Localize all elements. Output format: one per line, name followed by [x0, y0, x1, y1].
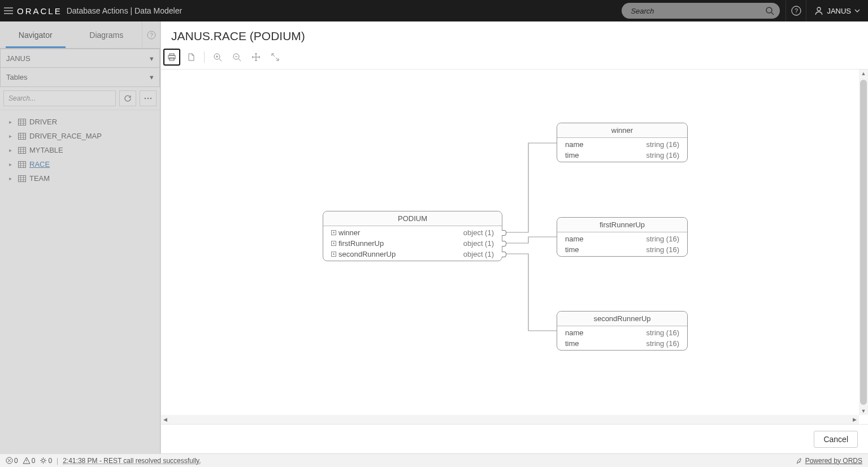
- zoom-in-button[interactable]: [209, 49, 226, 66]
- field-name: name: [565, 328, 584, 337]
- entity-second-runner-up[interactable]: secondRunnerUp namestring (16) timestrin…: [557, 311, 688, 351]
- tree-item-driver_race_map[interactable]: ▸ DRIVER_RACE_MAP: [9, 129, 158, 143]
- user-menu[interactable]: JANUS: [806, 0, 868, 21]
- app-title: Database Actions | Data Modeler: [67, 6, 182, 15]
- entity-winner[interactable]: winner namestring (16) timestring (16): [557, 123, 688, 162]
- expand-icon[interactable]: +: [331, 241, 336, 246]
- error-icon: [6, 457, 13, 464]
- svg-point-3: [817, 7, 821, 11]
- hamburger-icon: [4, 7, 13, 14]
- refresh-button[interactable]: [119, 90, 136, 106]
- expand-icon[interactable]: +: [331, 252, 336, 257]
- tab-navigator[interactable]: Navigator: [0, 21, 71, 48]
- tree-item-label: DRIVER: [29, 118, 57, 126]
- modal-footer: Cancel: [161, 424, 868, 453]
- field-row: timestring (16): [557, 338, 687, 349]
- svg-point-6: [145, 98, 146, 100]
- actual-size-button[interactable]: [267, 49, 284, 66]
- caret-icon: ▸: [9, 119, 15, 125]
- field-name: firstRunnerUp: [338, 239, 384, 248]
- table-icon: [18, 175, 26, 182]
- gear-icon: [40, 457, 47, 464]
- rocket-icon: [796, 457, 803, 464]
- horizontal-scrollbar[interactable]: ◀ ▶: [161, 415, 859, 424]
- diagram-modal: JANUS.RACE (PODIUM): [160, 21, 868, 453]
- scroll-right-icon[interactable]: ▶: [853, 417, 857, 422]
- tree-item-label: TEAM: [29, 174, 50, 183]
- zoom-out-button[interactable]: [228, 49, 245, 66]
- caret-icon: ▸: [9, 175, 15, 181]
- schema-select[interactable]: JANUS ▾: [0, 49, 160, 68]
- object-type-label: Tables: [6, 73, 28, 81]
- chevron-down-icon: [854, 9, 860, 12]
- entity-first-runner-up[interactable]: firstRunnerUp namestring (16) timestring…: [557, 217, 688, 257]
- object-tree: ▸ DRIVER▸ DRIVER_RACE_MAP▸ MYTABLE▸ RACE…: [0, 110, 160, 453]
- caret-icon: ▸: [9, 133, 15, 139]
- cancel-button[interactable]: Cancel: [814, 431, 858, 448]
- svg-text:?: ?: [150, 32, 153, 38]
- user-icon: [814, 6, 823, 15]
- tab-diagrams[interactable]: Diagrams: [71, 21, 142, 48]
- vertical-scrollbar[interactable]: ▲ ▼: [859, 70, 868, 415]
- main-area: Navigator Diagrams ? JANUS ▾ Tables ▾ ▸: [0, 21, 868, 453]
- tab-help[interactable]: ?: [142, 21, 160, 48]
- object-type-select[interactable]: Tables ▾: [0, 68, 160, 87]
- schema-select-label: JANUS: [6, 54, 31, 63]
- svg-rect-12: [19, 161, 26, 167]
- field-type: object (1): [463, 228, 494, 237]
- save-svg-button[interactable]: [183, 49, 199, 66]
- field-type: string (16): [646, 339, 679, 348]
- global-search[interactable]: [622, 3, 780, 19]
- entity-podium[interactable]: PODIUM +winnerobject (1) +firstRunnerUpo…: [323, 211, 502, 261]
- scroll-left-icon[interactable]: ◀: [163, 417, 167, 422]
- dropdown-icon: ▾: [150, 54, 154, 63]
- field-name: winner: [338, 228, 360, 237]
- tab-navigator-label: Navigator: [19, 31, 53, 40]
- tree-item-mytable[interactable]: ▸ MYTABLE: [9, 143, 158, 157]
- field-type: object (1): [463, 239, 494, 248]
- field-name: secondRunnerUp: [338, 250, 396, 258]
- zoom-out-icon: [232, 53, 241, 62]
- move-icon: [251, 53, 261, 62]
- field-type: string (16): [646, 140, 679, 149]
- warning-icon: [23, 457, 31, 464]
- field-type: string (16): [646, 328, 679, 337]
- tab-diagrams-label: Diagrams: [89, 31, 123, 40]
- scroll-down-icon[interactable]: ▼: [859, 407, 868, 415]
- status-message[interactable]: 2:41:38 PM - REST call resolved successf…: [63, 457, 201, 465]
- field-row: +secondRunnerUpobject (1): [323, 249, 502, 260]
- entity-rows: +winnerobject (1) +firstRunnerUpobject (…: [323, 226, 502, 261]
- diagram-canvas[interactable]: PODIUM +winnerobject (1) +firstRunnerUpo…: [161, 70, 859, 415]
- more-options-button[interactable]: [140, 90, 157, 106]
- expand-icon[interactable]: +: [331, 230, 336, 235]
- tree-item-team[interactable]: ▸ TEAM: [9, 171, 158, 185]
- search-input[interactable]: [631, 7, 761, 15]
- sidebar: Navigator Diagrams ? JANUS ▾ Tables ▾ ▸: [0, 21, 160, 453]
- tree-item-label: DRIVER_RACE_MAP: [29, 132, 102, 140]
- refresh-icon: [124, 94, 132, 102]
- tree-item-race[interactable]: ▸ RACE: [9, 157, 158, 171]
- fit-screen-button[interactable]: [248, 49, 264, 66]
- print-button[interactable]: [163, 49, 180, 66]
- hamburger-menu[interactable]: [0, 7, 17, 14]
- sidebar-tabs: Navigator Diagrams ?: [0, 21, 160, 49]
- tree-item-label: MYTABLE: [29, 146, 63, 154]
- print-icon: [167, 53, 176, 62]
- warnings-count[interactable]: 0: [23, 457, 36, 465]
- powered-by-link[interactable]: Powered by ORDS: [796, 457, 862, 465]
- tree-search-input[interactable]: [3, 90, 116, 106]
- svg-rect-10: [19, 133, 26, 139]
- processes-count[interactable]: 0: [40, 457, 52, 465]
- table-icon: [18, 119, 26, 126]
- status-bar: 0 0 0 | 2:41:38 PM - REST call resolved …: [0, 453, 868, 467]
- svg-point-20: [42, 459, 45, 462]
- field-name: time: [565, 339, 579, 348]
- help-button[interactable]: ?: [785, 0, 806, 21]
- modal-title: JANUS.RACE (PODIUM): [161, 21, 868, 47]
- scroll-up-icon[interactable]: ▲: [859, 70, 868, 77]
- caret-icon: ▸: [9, 161, 15, 167]
- expand-icon: [271, 53, 280, 62]
- errors-count[interactable]: 0: [6, 457, 18, 465]
- tree-item-driver[interactable]: ▸ DRIVER: [9, 115, 158, 129]
- table-icon: [18, 147, 26, 154]
